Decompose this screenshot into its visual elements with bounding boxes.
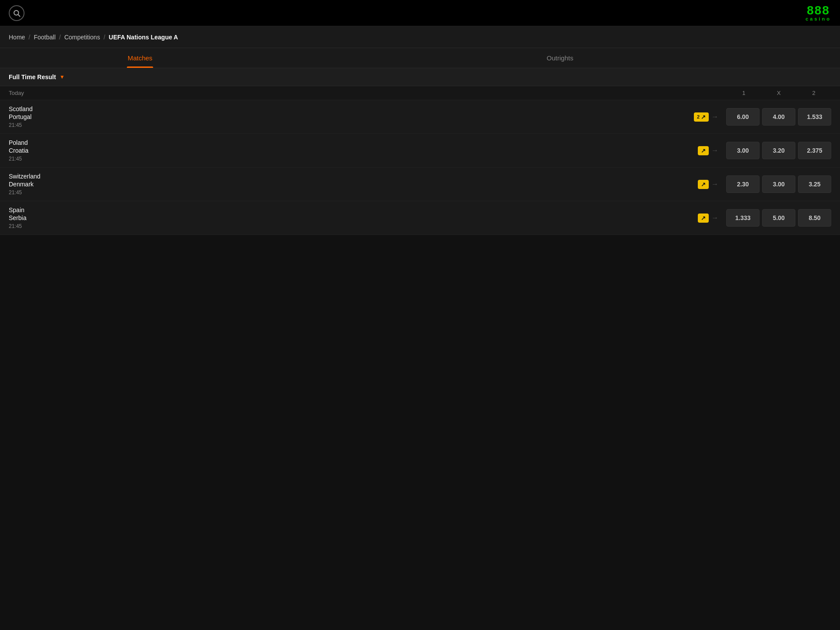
- match-team1: Scotland: [9, 105, 694, 112]
- boost-arrow-icon: ↗: [701, 114, 706, 120]
- logo: 888 casino: [805, 4, 831, 21]
- match-teams: Spain Serbia: [9, 206, 698, 221]
- breadcrumb: Home / Football / Competitions / UEFA Na…: [0, 26, 840, 48]
- match-badge: 2 ↗: [694, 112, 709, 122]
- tabs-bar: Matches Outrights: [0, 48, 840, 68]
- boost-arrow-icon: ↗: [701, 215, 706, 221]
- odds-group: 3.00 3.20 2.375: [726, 142, 831, 159]
- match-team2: Serbia: [9, 214, 698, 221]
- match-badge: ↗: [698, 146, 709, 155]
- search-icon: [13, 9, 21, 17]
- breadcrumb-sep-2: /: [59, 34, 61, 41]
- odd-x[interactable]: 5.00: [762, 209, 795, 227]
- breadcrumb-sep-3: /: [104, 34, 105, 41]
- breadcrumb-home[interactable]: Home: [9, 34, 25, 41]
- match-team1: Poland: [9, 139, 698, 146]
- logo-number: 888: [807, 4, 830, 17]
- more-markets-icon[interactable]: →: [711, 214, 718, 222]
- match-info: Spain Serbia 21:45: [9, 206, 698, 229]
- odd-2[interactable]: 8.50: [798, 209, 831, 227]
- match-row[interactable]: Poland Croatia 21:45 ↗ → 3.00 3.20 2.375: [0, 134, 840, 168]
- section-header: Full Time Result ▼: [0, 68, 840, 86]
- match-time: 21:45: [9, 189, 698, 196]
- date-row: Today 1 X 2: [0, 86, 840, 100]
- more-markets-icon[interactable]: →: [711, 180, 718, 188]
- odd-1[interactable]: 2.30: [726, 175, 760, 193]
- odds-group: 2.30 3.00 3.25: [726, 175, 831, 193]
- odd-x[interactable]: 4.00: [762, 108, 795, 126]
- top-bar: 888 casino: [0, 0, 840, 26]
- breadcrumb-competitions[interactable]: Competitions: [64, 34, 100, 41]
- match-row[interactable]: Spain Serbia 21:45 ↗ → 1.333 5.00 8.50: [0, 201, 840, 235]
- match-team1: Switzerland: [9, 173, 698, 180]
- match-badges: ↗ →: [698, 146, 723, 155]
- match-time: 21:45: [9, 156, 698, 162]
- match-badge: ↗: [698, 180, 709, 189]
- tab-matches[interactable]: Matches: [0, 48, 280, 68]
- match-teams: Scotland Portugal: [9, 105, 694, 120]
- match-time: 21:45: [9, 122, 694, 128]
- match-row[interactable]: Scotland Portugal 21:45 2 ↗ → 6.00 4.00 …: [0, 100, 840, 134]
- odds-group: 6.00 4.00 1.533: [726, 108, 831, 126]
- section-title: Full Time Result: [9, 74, 56, 80]
- match-badges: ↗ →: [698, 214, 723, 223]
- boost-arrow-icon: ↗: [701, 147, 706, 154]
- match-team2: Croatia: [9, 147, 698, 154]
- svg-line-1: [18, 14, 20, 16]
- logo-subtitle: casino: [805, 17, 831, 21]
- odd-2[interactable]: 3.25: [798, 175, 831, 193]
- col-head-1: 1: [726, 90, 761, 96]
- breadcrumb-current: UEFA Nations League A: [109, 34, 178, 41]
- match-team2: Portugal: [9, 113, 694, 120]
- breadcrumb-sep-1: /: [28, 34, 30, 41]
- search-button[interactable]: [9, 5, 24, 21]
- boost-arrow-icon: ↗: [701, 181, 706, 188]
- match-team2: Denmark: [9, 181, 698, 188]
- odd-x[interactable]: 3.00: [762, 175, 795, 193]
- match-badge: ↗: [698, 214, 709, 223]
- match-time: 21:45: [9, 223, 698, 229]
- odd-2[interactable]: 2.375: [798, 142, 831, 159]
- matches-list: Scotland Portugal 21:45 2 ↗ → 6.00 4.00 …: [0, 100, 840, 235]
- match-row[interactable]: Switzerland Denmark 21:45 ↗ → 2.30 3.00 …: [0, 168, 840, 201]
- date-label: Today: [9, 90, 24, 96]
- more-markets-icon[interactable]: →: [711, 147, 718, 154]
- match-team1: Spain: [9, 206, 698, 214]
- match-info: Scotland Portugal 21:45: [9, 105, 694, 128]
- odd-1[interactable]: 3.00: [726, 142, 760, 159]
- match-info: Poland Croatia 21:45: [9, 139, 698, 162]
- col-head-2: 2: [796, 90, 831, 96]
- odd-1[interactable]: 6.00: [726, 108, 760, 126]
- more-markets-icon[interactable]: →: [711, 113, 718, 121]
- tab-outrights[interactable]: Outrights: [420, 48, 700, 68]
- match-teams: Poland Croatia: [9, 139, 698, 154]
- col-head-x: X: [761, 90, 796, 96]
- dropdown-arrow-icon[interactable]: ▼: [60, 74, 65, 80]
- odds-group: 1.333 5.00 8.50: [726, 209, 831, 227]
- odd-2[interactable]: 1.533: [798, 108, 831, 126]
- match-teams: Switzerland Denmark: [9, 173, 698, 188]
- match-info: Switzerland Denmark 21:45: [9, 173, 698, 196]
- breadcrumb-football[interactable]: Football: [34, 34, 56, 41]
- odd-1[interactable]: 1.333: [726, 209, 760, 227]
- match-badges: ↗ →: [698, 180, 723, 189]
- match-badges: 2 ↗ →: [694, 112, 723, 122]
- odd-x[interactable]: 3.20: [762, 142, 795, 159]
